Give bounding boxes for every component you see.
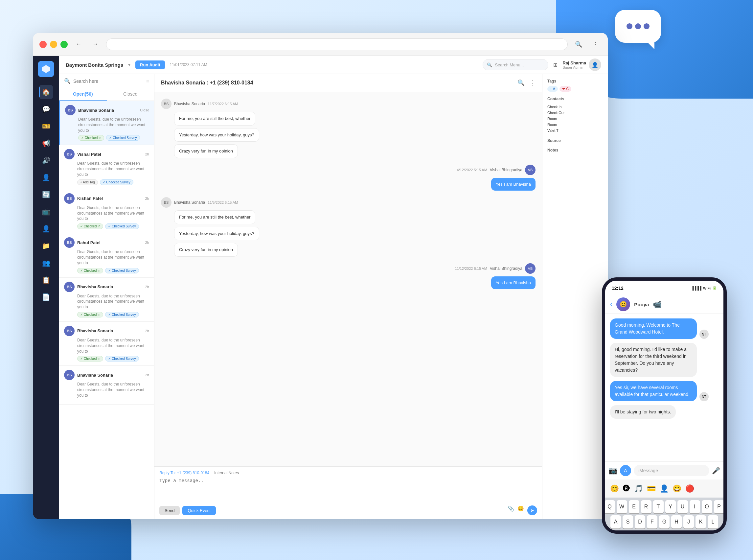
key-l[interactable]: L [708, 515, 718, 528]
key-r[interactable]: R [641, 500, 651, 513]
run-audit-button[interactable]: Run Audit [135, 60, 165, 69]
phone-back-button[interactable]: ‹ [610, 300, 612, 308]
phone-app-store-icon[interactable]: A [620, 465, 631, 476]
tag-checked-in-3[interactable]: ✓ Checked In [77, 268, 103, 274]
key-j[interactable]: J [683, 515, 694, 528]
key-p[interactable]: P [714, 500, 725, 513]
tab-open[interactable]: Open(50) [59, 88, 107, 101]
tag-add-1[interactable]: + Add Tag [77, 179, 98, 185]
sidebar-item-files[interactable]: 📁 [39, 239, 53, 253]
key-x[interactable]: X [635, 531, 645, 534]
emoji-sticker[interactable]: 🔴 [685, 484, 694, 493]
tag-checked-in-5[interactable]: ✓ Checked In [77, 356, 103, 361]
key-u[interactable]: U [677, 500, 688, 513]
attach-icon[interactable]: 📎 [508, 505, 514, 515]
conv-close-0[interactable]: Close [140, 108, 149, 112]
browser-menu-icon[interactable]: ⋮ [589, 38, 601, 50]
key-z[interactable]: Z [623, 531, 633, 534]
conv-item-6[interactable]: BS Bhavisha Sonaria 2h Dear Guests, due … [59, 366, 154, 404]
tag-checked-survey-4[interactable]: ✓ Checked Survey [105, 312, 139, 318]
remove-tag-btn[interactable]: ❤ C [559, 86, 571, 92]
emoji-contacts[interactable]: 👤 [660, 484, 669, 493]
conv-item-5[interactable]: BS Bhavisha Sonaria 2h Dear Guests, due … [59, 322, 154, 366]
sidebar-item-sync[interactable]: 🔄 [39, 187, 53, 202]
send-button[interactable]: Send [159, 506, 180, 515]
key-m[interactable]: M [695, 531, 706, 534]
sidebar-item-home[interactable]: 🏠 [39, 85, 53, 99]
sidebar-item-broadcast[interactable]: 📢 [39, 136, 53, 151]
close-button-red[interactable] [39, 41, 47, 48]
tag-checked-survey-5[interactable]: ✓ Checked Survey [105, 356, 139, 361]
chat-message-input[interactable] [159, 478, 537, 504]
tab-closed[interactable]: Closed [107, 88, 155, 101]
maximize-button-green[interactable] [60, 41, 68, 48]
phone-audio-icon[interactable]: 🎤 [712, 467, 720, 475]
filter-icon[interactable]: ≡ [146, 78, 149, 84]
conv-item-3[interactable]: BS Rahul Patel 2h Dear Guests, due to th… [59, 233, 154, 277]
key-i[interactable]: I [690, 500, 700, 513]
phone-video-icon[interactable]: 📹 [653, 300, 662, 308]
back-nav-button[interactable]: ← [73, 38, 84, 50]
sidebar-item-team[interactable]: 👥 [39, 256, 53, 270]
key-shift[interactable]: ⇧ [607, 531, 621, 534]
phone-imessage-input[interactable]: iMessage [634, 465, 709, 476]
conv-item-2[interactable]: BS Kishan Patel 2h Dear Guests, due to t… [59, 189, 154, 233]
emoji-more[interactable]: 😄 [672, 484, 681, 493]
conv-search-input[interactable] [73, 79, 144, 84]
grid-view-icon[interactable]: ⊞ [553, 62, 557, 68]
forward-nav-button[interactable]: → [89, 38, 101, 50]
tag-checked-survey-0[interactable]: ✓ Checked Survey [106, 135, 140, 141]
key-s[interactable]: S [623, 515, 633, 528]
sidebar-item-media[interactable]: 📺 [39, 204, 53, 219]
sidebar-item-reports[interactable]: 📋 [39, 273, 53, 287]
key-o[interactable]: O [702, 500, 712, 513]
internal-notes-tab[interactable]: Internal Notes [214, 471, 239, 475]
emoji-icon[interactable]: 😊 [517, 505, 524, 515]
key-q[interactable]: Q [605, 500, 615, 513]
key-e[interactable]: E [629, 500, 639, 513]
key-c[interactable]: C [647, 531, 657, 534]
key-h[interactable]: H [671, 515, 682, 528]
key-t[interactable]: T [653, 500, 664, 513]
tag-checked-in-2[interactable]: ✓ Checked In [77, 223, 103, 229]
sidebar-logo[interactable] [38, 61, 54, 77]
key-g[interactable]: G [659, 515, 670, 528]
key-b[interactable]: B [671, 531, 682, 534]
conv-item-1[interactable]: BS Vishal Patel 2h Dear Guests, due to t… [59, 145, 154, 189]
chat-more-icon[interactable]: ⋮ [530, 79, 535, 86]
key-a[interactable]: A [610, 515, 621, 528]
conv-item-4[interactable]: BS Bhavisha Sonaria 2h Dear Guests, due … [59, 278, 154, 322]
tag-checked-in-0[interactable]: ✓ Checked In [78, 135, 104, 141]
key-k[interactable]: K [695, 515, 706, 528]
key-backspace[interactable]: ⌫ [708, 531, 722, 534]
chat-search-icon[interactable]: 🔍 [517, 79, 525, 86]
sidebar-item-announcements[interactable]: 🔊 [39, 153, 53, 167]
minimize-button-yellow[interactable] [50, 41, 57, 48]
user-avatar[interactable]: 👤 [589, 59, 601, 71]
sidebar-item-contacts[interactable]: 👤 [39, 170, 53, 185]
key-v[interactable]: V [659, 531, 670, 534]
emoji-memoji[interactable]: 😊 [610, 484, 619, 493]
sidebar-item-chat[interactable]: 💬 [39, 102, 53, 116]
sidebar-item-tickets[interactable]: 🎫 [39, 119, 53, 134]
search-menu-bar[interactable]: 🔍 Search Menu... [483, 59, 548, 70]
key-f[interactable]: F [647, 515, 657, 528]
key-d[interactable]: D [635, 515, 645, 528]
hotel-dropdown-arrow[interactable]: ▾ [128, 62, 130, 67]
emoji-appstore[interactable]: 🅐 [623, 484, 630, 493]
key-w[interactable]: W [617, 500, 627, 513]
emoji-pay[interactable]: 💳 [647, 484, 656, 493]
url-bar[interactable] [106, 38, 568, 50]
sidebar-item-profile[interactable]: 👤 [39, 221, 53, 236]
quick-event-button[interactable]: Quick Event [182, 506, 216, 515]
phone-camera-icon[interactable]: 📷 [608, 466, 617, 475]
browser-search-icon[interactable]: 🔍 [573, 38, 585, 50]
send-icon[interactable]: ➤ [527, 505, 537, 515]
tag-checked-survey-1[interactable]: ✓ Checked Survey [100, 179, 134, 185]
conv-item-0[interactable]: BS Bhavisha Sonaria Close Dear Guests, d… [59, 101, 154, 145]
emoji-music[interactable]: 🎵 [634, 484, 643, 493]
tag-checked-survey-3[interactable]: ✓ Checked Survey [105, 268, 139, 274]
add-tag-btn[interactable]: + A [547, 86, 558, 92]
key-y[interactable]: Y [665, 500, 676, 513]
tag-checked-in-4[interactable]: ✓ Checked In [77, 312, 103, 318]
